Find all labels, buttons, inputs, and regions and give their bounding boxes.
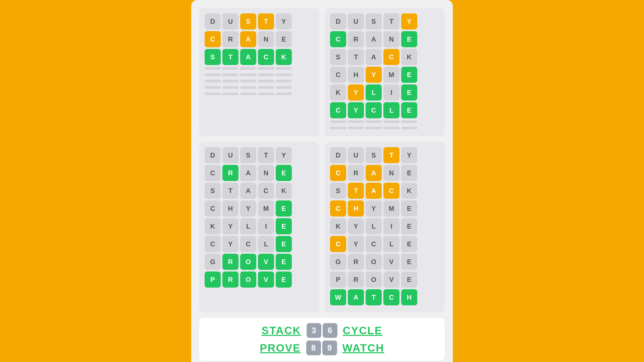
cell: A xyxy=(240,165,256,181)
cell: T xyxy=(383,147,399,163)
cell: K xyxy=(330,84,346,101)
cell: H xyxy=(401,289,417,305)
cell: K xyxy=(330,218,346,234)
cell: S xyxy=(240,147,256,163)
grids-wrapper: D U S T Y C R A N E S T A C K xyxy=(199,8,445,312)
cell: Y xyxy=(222,218,238,234)
cell: C xyxy=(383,49,399,65)
cell: Y xyxy=(348,236,364,252)
cell: U xyxy=(222,147,238,163)
row-tl-2: C R A N E xyxy=(205,31,314,47)
cell: H xyxy=(348,67,364,83)
grid-top-right: D U S T Y C R A N E S T A C K C xyxy=(325,8,445,136)
cell: G xyxy=(330,254,346,270)
cell: T xyxy=(222,183,238,199)
main-container: D U S T Y C R A N E S T A C K xyxy=(191,0,453,362)
cell: D xyxy=(205,147,221,163)
cell: E xyxy=(401,254,417,270)
cell: E xyxy=(276,272,292,288)
cell: E xyxy=(401,165,417,181)
cell: A xyxy=(240,183,256,199)
cell: D xyxy=(330,147,346,163)
score-badge-8: 8 xyxy=(306,341,321,355)
row-tl-1: D U S T Y xyxy=(205,13,314,29)
answer-stack[interactable]: STACK xyxy=(262,324,301,337)
cell: N xyxy=(383,165,399,181)
cell: K xyxy=(276,49,292,65)
cell: L xyxy=(366,218,382,234)
cell: Y xyxy=(276,13,292,29)
cell: I xyxy=(258,218,274,234)
cell: E xyxy=(276,165,292,181)
cell: Y xyxy=(348,218,364,234)
bottom-bar: STACK 3 6 CYCLE PROVE 8 9 WATCH xyxy=(199,318,445,361)
cell: A xyxy=(366,31,382,47)
cell: C xyxy=(383,183,399,199)
cell: Y xyxy=(401,147,417,163)
bottom-row-1: STACK 3 6 CYCLE xyxy=(262,323,382,338)
cell: E xyxy=(401,200,417,217)
cell: P xyxy=(205,272,221,288)
cell: T xyxy=(222,49,238,65)
cell: T xyxy=(383,13,399,29)
cell: C xyxy=(205,31,221,47)
cell: C xyxy=(330,236,346,252)
cell: E xyxy=(401,67,417,83)
cell: O xyxy=(366,254,382,270)
cell: S xyxy=(205,49,221,65)
cell: V xyxy=(258,254,274,270)
cell: E xyxy=(276,254,292,270)
cell: O xyxy=(240,254,256,270)
cell: Y xyxy=(240,200,256,217)
score-badges-1: 3 6 xyxy=(307,323,337,338)
cell: H xyxy=(348,200,364,217)
cell: D xyxy=(205,13,221,29)
cell: T xyxy=(258,147,274,163)
cell: R xyxy=(348,254,364,270)
answer-cycle[interactable]: CYCLE xyxy=(343,324,382,337)
score-badge-9: 9 xyxy=(322,341,337,355)
cell: S xyxy=(240,13,256,29)
cell: E xyxy=(276,236,292,252)
answer-watch[interactable]: WATCH xyxy=(342,342,384,354)
cell: C xyxy=(205,200,221,217)
cell: Y xyxy=(348,102,364,118)
cell: Y xyxy=(276,147,292,163)
cell: E xyxy=(401,84,417,101)
cell: K xyxy=(401,49,417,65)
cell: R xyxy=(348,165,364,181)
cell: S xyxy=(330,49,346,65)
cell: A xyxy=(240,31,256,47)
score-badge-3: 3 xyxy=(307,323,321,338)
cell: R xyxy=(348,272,364,288)
cell: V xyxy=(383,272,399,288)
grid-top-left: D U S T Y C R A N E S T A C K xyxy=(199,8,319,136)
cell: Y xyxy=(348,84,364,101)
cell: U xyxy=(348,13,364,29)
cell: T xyxy=(348,183,364,199)
cell: T xyxy=(258,13,274,29)
cell: R xyxy=(222,272,238,288)
cell: A xyxy=(366,183,382,199)
cell: C xyxy=(258,49,274,65)
cell: E xyxy=(276,218,292,234)
cell: W xyxy=(330,289,346,305)
cell: R xyxy=(222,254,238,270)
cell: S xyxy=(330,183,346,199)
grid-bottom-right: D U S T Y C R A N E S T A C K C xyxy=(325,142,445,312)
cell: E xyxy=(401,102,417,118)
cell: E xyxy=(401,31,417,47)
cell: S xyxy=(205,183,221,199)
cell: C xyxy=(383,289,399,305)
cell: N xyxy=(258,31,274,47)
row-tl-3: S T A C K xyxy=(205,49,314,65)
answer-prove[interactable]: PROVE xyxy=(260,342,301,354)
cell: V xyxy=(383,254,399,270)
cell: M xyxy=(383,67,399,83)
cell: I xyxy=(383,218,399,234)
cell: N xyxy=(258,165,274,181)
cell: Y xyxy=(222,236,238,252)
cell: A xyxy=(348,289,364,305)
cell: N xyxy=(383,31,399,47)
cell: G xyxy=(205,254,221,270)
